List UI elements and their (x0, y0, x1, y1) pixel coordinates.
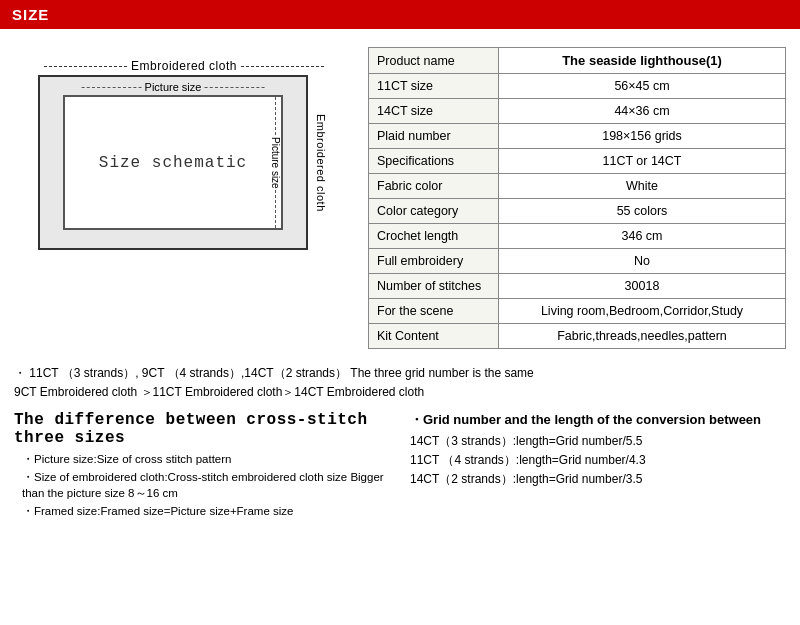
table-row: Full embroideryNo (369, 249, 786, 274)
bottom-notes: ・ 11CT （3 strands）, 9CT （4 strands）,14CT… (0, 359, 800, 407)
embroidered-cloth-top-label: Embroidered cloth (44, 59, 324, 73)
table-cell-label: Specifications (369, 149, 499, 174)
table-row: 14CT size44×36 cm (369, 99, 786, 124)
table-row: Fabric colorWhite (369, 174, 786, 199)
table-cell-label: For the scene (369, 299, 499, 324)
note-line-1: ・ 11CT （3 strands）, 9CT （4 strands）,14CT… (14, 365, 786, 382)
table-cell-value: 30018 (499, 274, 786, 299)
right-heading: ・Grid number and the length of the conve… (410, 411, 786, 429)
bullet-item: Size of embroidered cloth:Cross-stitch e… (22, 469, 394, 501)
table-cell-label: Plaid number (369, 124, 499, 149)
table-row: Crochet length346 cm (369, 224, 786, 249)
table-row: 11CT size56×45 cm (369, 74, 786, 99)
table-cell-value: Living room,Bedroom,Corridor,Study (499, 299, 786, 324)
table-cell-value: No (499, 249, 786, 274)
table-cell-label: Number of stitches (369, 274, 499, 299)
table-row: Kit ContentFabric,threads,needles,patter… (369, 324, 786, 349)
table-area: Product nameThe seaside lighthouse(1)11C… (368, 39, 786, 349)
table-cell-label: Full embroidery (369, 249, 499, 274)
table-cell-value: 55 colors (499, 199, 786, 224)
bottom-two-col: The difference between cross-stitch thre… (0, 407, 800, 521)
table-cell-value: Fabric,threads,needles,pattern (499, 324, 786, 349)
size-schematic-text: Size schematic (99, 154, 247, 172)
table-cell-label: 11CT size (369, 74, 499, 99)
table-cell-label: Product name (369, 48, 499, 74)
table-cell-label: Color category (369, 199, 499, 224)
picture-size-vertical-label: Picture size (270, 135, 281, 191)
table-cell-value: 198×156 grids (499, 124, 786, 149)
picture-size-label-text: Picture size (145, 81, 202, 93)
table-cell-label: Crochet length (369, 224, 499, 249)
schematic-wrapper: Picture size Size schematic Picture size… (38, 75, 330, 250)
right-list-item: 11CT （4 strands）:length=Grid number/4.3 (410, 452, 786, 469)
table-cell-value: 11CT or 14CT (499, 149, 786, 174)
table-cell-label: Kit Content (369, 324, 499, 349)
table-row: Specifications11CT or 14CT (369, 149, 786, 174)
table-row: For the sceneLiving room,Bedroom,Corrido… (369, 299, 786, 324)
table-cell-value: 44×36 cm (499, 99, 786, 124)
main-content: Embroidered cloth Picture size Size sche… (0, 29, 800, 359)
table-cell-value: 56×45 cm (499, 74, 786, 99)
table-cell-value: The seaside lighthouse(1) (499, 48, 786, 74)
col-left: The difference between cross-stitch thre… (14, 411, 394, 521)
right-list-item: 14CT（2 strands）:length=Grid number/3.5 (410, 471, 786, 488)
schematic-area: Embroidered cloth Picture size Size sche… (14, 39, 354, 250)
outer-box: Picture size Size schematic Picture size (38, 75, 308, 250)
note-line-2: 9CT Embroidered cloth ＞11CT Embroidered … (14, 384, 786, 401)
table-cell-label: 14CT size (369, 99, 499, 124)
table-row: Plaid number198×156 grids (369, 124, 786, 149)
col-right: ・Grid number and the length of the conve… (410, 411, 786, 521)
table-cell-value: 346 cm (499, 224, 786, 249)
product-table: Product nameThe seaside lighthouse(1)11C… (368, 47, 786, 349)
header-title: SIZE (12, 6, 49, 23)
big-heading: The difference between cross-stitch thre… (14, 411, 394, 447)
table-cell-label: Fabric color (369, 174, 499, 199)
table-row: Color category55 colors (369, 199, 786, 224)
embroidered-cloth-vertical-label: Embroidered cloth (312, 75, 330, 250)
embroidered-cloth-vertical-text: Embroidered cloth (315, 114, 327, 212)
right-list-item: 14CT（3 strands）:length=Grid number/5.5 (410, 433, 786, 450)
inner-box: Picture size Size schematic Picture size (63, 95, 283, 230)
table-row: Number of stitches30018 (369, 274, 786, 299)
embroidered-cloth-label-text: Embroidered cloth (131, 59, 237, 73)
table-row: Product nameThe seaside lighthouse(1) (369, 48, 786, 74)
table-cell-value: White (499, 174, 786, 199)
picture-size-top-label: Picture size (82, 81, 265, 93)
page-header: SIZE (0, 0, 800, 29)
bullet-item: Framed size:Framed size=Picture size+Fra… (22, 503, 394, 519)
bullet-item: Picture size:Size of cross stitch patter… (22, 451, 394, 467)
